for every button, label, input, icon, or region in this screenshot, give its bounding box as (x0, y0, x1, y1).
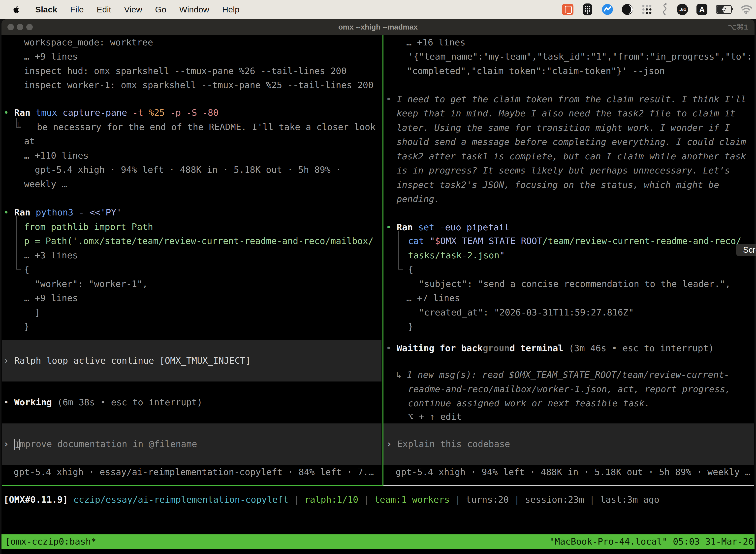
input-source-a-icon[interactable]: A (696, 4, 707, 15)
terminal-line: keep that in mind. Maybe I also need the… (397, 106, 735, 121)
terminal-line: is in progress? It seems likely but perh… (397, 163, 730, 178)
terminal-text-segment: "created_at": "2026-03-31T11:59:27.816Z" (408, 307, 634, 318)
menu-bar-status-icons: ..61 A (562, 0, 753, 19)
terminal-line: task2 after task1 is complete, but can I… (397, 149, 746, 164)
screenshot-thumbnail-label[interactable]: Scre (736, 244, 756, 256)
omx-status-line: [OMX#0.11.9] cczip/essay/ai-reimplementa… (3, 492, 659, 507)
terminal-line: ↳ 1 new msg(s): read $OMX_TEAM_STATE_ROO… (396, 368, 730, 382)
menu-item-file[interactable]: File (70, 5, 84, 14)
terminal-text-segment: team:1 workers (375, 494, 450, 505)
terminal-text-segment: (3m 46s • esc to interrupt) (563, 343, 714, 353)
terminal-text-segment: gpt-5.4 xhigh · 94% left · 488K in · 5.1… (24, 165, 341, 175)
window-title-bar: omx --xhigh --madmax ⌥⌘1 (1, 19, 755, 35)
terminal-text-segment: from pathlib import Path (24, 222, 153, 232)
terminal-text-segment: Ran (14, 207, 36, 217)
terminal-text-segment: later. Using the same for transition mig… (397, 123, 730, 133)
terminal-line: continue assigned work or next feasible … (408, 396, 650, 410)
terminal-text-segment: (6m 38s • esc to interrupt) (52, 397, 202, 407)
terminal-line: "subject": "send a concise recommendatio… (408, 277, 731, 291)
terminal-text-segment: readme-and-reco/mailbox/worker-1.json, a… (408, 384, 731, 394)
terminal-text-segment: • (3, 397, 14, 407)
terminal-text-segment: session:23m (525, 494, 584, 505)
terminal-text-segment: ralph:1/10 (305, 494, 359, 505)
terminal-line: gpt-5.4 xhigh · essay/ai-reimplementatio… (14, 465, 374, 479)
terminal-line: } (408, 320, 414, 334)
terminal-text-segment: " (430, 236, 435, 246)
terminal-text-segment: mprove documentation in @filename (19, 439, 197, 449)
terminal-text-segment: task2 after task1 is complete, but can I… (397, 151, 746, 161)
terminal-text-segment: set (418, 222, 440, 232)
terminal-line: › Ralph loop active continue [OMX_TMUX_I… (3, 353, 251, 368)
apple-menu-icon[interactable] (11, 4, 21, 15)
left-pane-bottom-border (2, 485, 382, 486)
terminal-text-segment: Ran (397, 222, 418, 232)
terminal-line: gpt-5.4 xhigh · 94% left · 488K in · 5.1… (396, 465, 750, 479)
terminal-line: … +16 lines (406, 35, 465, 50)
dots-grid-icon[interactable] (641, 4, 652, 15)
menu-item-go[interactable]: Go (155, 5, 166, 14)
terminal-text-segment (68, 494, 73, 505)
terminal-text-segment: Explain this codebase (397, 439, 510, 449)
terminal-text-segment: 1 new msg(s): read $OMX_TEAM_STATE_ROOT/… (407, 370, 729, 380)
terminal-text-segment: • (3, 207, 14, 217)
desktop: { "menu_bar": { "menus": [ {"label": "Sl… (0, 0, 756, 554)
keypad-shield-icon[interactable] (582, 3, 593, 16)
terminal-text-segment: d terminal (510, 343, 564, 353)
terminal-text-segment: gpt-5.4 xhigh · essay/ai-reimplementatio… (14, 467, 374, 477)
terminal-text-segment: … +3 lines (24, 250, 78, 260)
terminal-text-segment: inspect_worker-1: omx sparkshell --tmux-… (24, 80, 374, 90)
battery-charging-icon[interactable] (716, 5, 732, 14)
terminal-line: from pathlib import Path (24, 220, 153, 234)
percent-badge[interactable]: ..61 (677, 4, 688, 15)
terminal-text-segment: … +9 lines (24, 293, 78, 303)
terminal-text-segment: -80 (202, 107, 218, 118)
terminal-text-segment: tmux (36, 107, 63, 118)
tmux-session-label[interactable]: [omx-cczip0:bash* (5, 535, 96, 549)
terminal-text-segment: -euo pipefail (440, 222, 510, 232)
terminal-line: p = Path('.omx/state/team/review-current… (24, 234, 374, 248)
terminal-line: "completed","claim_token":"claim-token"}… (407, 64, 665, 78)
crescent-icon[interactable] (622, 4, 633, 15)
pane-divider[interactable] (382, 35, 383, 486)
terminal-text-segment: { (24, 264, 29, 275)
terminal-line: { (408, 262, 414, 277)
output-connector (398, 231, 399, 269)
messenger-icon[interactable] (602, 4, 613, 15)
terminal-line: … +9 lines (24, 49, 78, 64)
terminal-text-segment: Ralph loop active continue [OMX_TMUX_INJ… (14, 355, 251, 366)
terminal-text-segment: weekly … (24, 179, 67, 189)
terminal-line: › Explain this codebase (386, 437, 510, 451)
terminal-text-segment: groun (483, 343, 509, 353)
squiggle-icon[interactable] (661, 3, 668, 16)
terminal-line: should send a message before completing … (397, 135, 746, 149)
terminal-text-segment: tasks/task-2.json (408, 250, 499, 260)
terminal-text-segment: { (408, 264, 414, 275)
wifi-icon[interactable] (740, 4, 753, 14)
terminal-line: › Improve documentation in @filename (3, 437, 197, 451)
menu-item-slack[interactable]: Slack (35, 5, 57, 14)
terminal-text-segment: continue assigned work or next feasible … (408, 398, 650, 408)
output-connector (398, 269, 403, 270)
terminal-text-segment: should send a message before completing … (397, 137, 746, 147)
terminal-text-segment: cat (408, 236, 430, 246)
menu-item-window[interactable]: Window (179, 5, 209, 14)
terminal-text-segment: … +16 lines (406, 37, 465, 47)
terminal-line: • I need to get the claim token from the… (386, 92, 746, 107)
menu-item-edit[interactable]: Edit (97, 5, 111, 14)
terminal-text-segment: Working (14, 397, 52, 407)
tmux-host-clock-label: "MacBook-Pro-44.local" 05:03 31-Mar-26 (549, 535, 754, 549)
terminal-line: } (24, 320, 29, 334)
terminal-text-segment: } (408, 321, 414, 332)
terminal-text-segment: "completed","claim_token":"claim-token"}… (407, 66, 665, 76)
terminal-text-segment: ] (24, 307, 40, 318)
terminal-line: inspect_worker-1: omx sparkshell --tmux-… (24, 78, 374, 92)
menu-item-view[interactable]: View (124, 5, 142, 14)
terminal-text-segment: ⌥ + ↑ edit (408, 411, 462, 422)
terminal-text-segment: -t (132, 107, 148, 118)
screenshot-icon[interactable] (562, 4, 573, 15)
terminal-line: └ be necessary for the end of the README… (15, 120, 376, 134)
menu-item-help[interactable]: Help (222, 5, 240, 14)
terminal-text-segment: workspace_mode: worktree (24, 37, 153, 47)
window-title: omx --xhigh --madmax (1, 19, 755, 35)
terminal-text-segment: -p (170, 107, 186, 118)
